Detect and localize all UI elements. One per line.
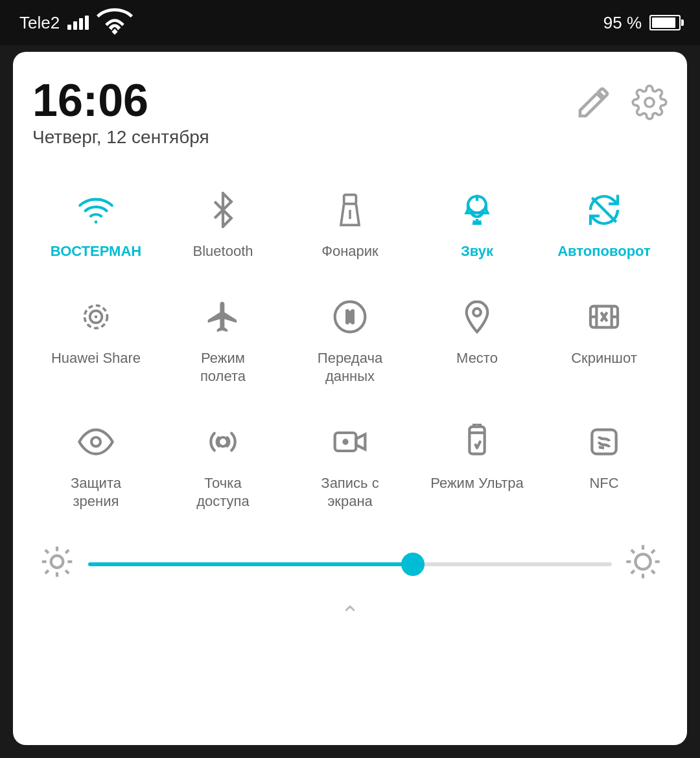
wifi-icon [73,187,119,233]
svg-rect-27 [469,426,484,454]
svg-rect-14 [351,309,355,324]
svg-point-26 [342,439,348,444]
tile-huawei-share-label: Huawei Share [51,349,141,368]
airplane-icon [200,293,246,340]
svg-point-15 [473,308,481,316]
svg-line-46 [651,570,655,573]
tile-autorotate[interactable]: Автоповорот [541,174,668,268]
tile-nfc-label: NFC [589,474,618,493]
svg-point-33 [51,556,64,568]
panel-header: 16:06 Четверг, 12 сентября [32,78,668,148]
clock: 16:06 [32,78,209,123]
location-icon [454,293,500,340]
ultra-mode-icon [454,419,500,465]
tile-hotspot-label: Точка доступа [196,474,250,511]
carrier-label: Tele2 [19,13,60,33]
hotspot-icon [200,419,246,465]
status-bar: Tele2 95 % [0,0,700,45]
flashlight-icon [327,187,373,233]
svg-point-42 [635,554,650,569]
tile-huawei-share[interactable]: Huawei Share [32,281,159,393]
tile-sound[interactable]: Звук [414,174,541,268]
tile-location-label: Место [456,349,498,368]
svg-rect-13 [345,309,349,324]
sound-icon [454,187,500,233]
tile-flashlight[interactable]: Фонарик [286,174,414,268]
svg-line-40 [45,570,49,573]
screenshot-icon [581,293,627,340]
svg-point-23 [91,437,100,446]
tile-screen-record-label: Запись с экрана [321,474,379,511]
tiles-row-2: Huawei Share Режим полета [32,281,668,393]
tile-airplane-label: Режим полета [200,349,246,386]
header-actions [576,84,668,126]
chevron-row[interactable]: ⌃ [32,601,668,628]
svg-line-49 [631,570,635,573]
brightness-row [32,537,668,592]
svg-line-41 [65,550,69,553]
svg-point-24 [218,437,228,446]
huawei-share-icon [73,293,119,340]
tile-autorotate-label: Автоповорот [557,242,651,261]
svg-point-0 [645,98,654,107]
tile-nfc[interactable]: NFC [541,406,668,518]
tile-screen-record[interactable]: Запись с экрана [286,406,414,518]
status-right: 95 % [603,13,681,33]
brightness-high-icon [625,544,661,586]
tile-wifi-label: ВОСТЕРМАН [51,242,141,261]
tile-ultra-mode[interactable]: Режим Ультра [414,406,541,518]
svg-point-9 [95,315,98,318]
date: Четверг, 12 сентября [32,127,209,148]
tile-wifi[interactable]: ВОСТЕРМАН [32,174,159,268]
autorotate-icon [581,187,627,233]
chevron-up-icon[interactable]: ⌃ [340,601,360,628]
status-left: Tele2 [19,5,133,41]
tile-airplane[interactable]: Режим полета [159,281,286,393]
tile-flashlight-label: Фонарик [321,242,379,261]
data-transfer-icon [327,293,373,340]
tiles-row-3: Защита зрения Точка доступа [32,406,668,518]
brightness-fill [88,562,413,566]
time-block: 16:06 Четверг, 12 сентября [32,78,209,148]
battery-percent: 95 % [603,13,642,33]
battery-icon [649,15,681,30]
tile-screenshot-label: Скриншот [571,349,637,368]
tile-screenshot[interactable]: Скриншот [541,281,668,393]
tile-location[interactable]: Место [414,281,541,393]
tile-eye-protection[interactable]: Защита зрения [32,406,159,518]
tiles-row-1: ВОСТЕРМАН Bluetooth Фонарик [32,174,668,268]
svg-line-36 [45,550,49,553]
svg-line-50 [651,550,655,553]
wifi-status-icon [97,5,133,41]
brightness-thumb[interactable] [401,553,425,576]
tile-sound-label: Звук [461,242,493,261]
svg-line-45 [631,550,635,553]
quick-settings-panel: 16:06 Четверг, 12 сентября [13,52,687,745]
tile-hotspot[interactable]: Точка доступа [159,406,286,518]
signal-icon [67,16,89,30]
svg-rect-32 [592,430,616,454]
tile-data-transfer-label: Передача данных [318,349,382,386]
tile-bluetooth[interactable]: Bluetooth [159,174,286,268]
svg-line-37 [65,570,69,573]
nfc-icon [581,419,627,465]
tile-ultra-mode-label: Режим Ультра [430,474,524,493]
svg-line-6 [592,198,616,222]
tile-data-transfer[interactable]: Передача данных [286,281,414,393]
brightness-slider[interactable] [88,562,612,566]
svg-point-1 [95,220,98,224]
svg-rect-2 [344,195,356,204]
eye-protection-icon [73,419,119,465]
settings-button[interactable] [631,84,668,126]
bluetooth-icon [200,187,246,233]
edit-button[interactable] [576,84,612,126]
brightness-low-icon [39,544,75,586]
tile-eye-protection-label: Защита зрения [71,474,121,511]
tile-bluetooth-label: Bluetooth [193,242,253,261]
screen-record-icon [327,419,373,465]
